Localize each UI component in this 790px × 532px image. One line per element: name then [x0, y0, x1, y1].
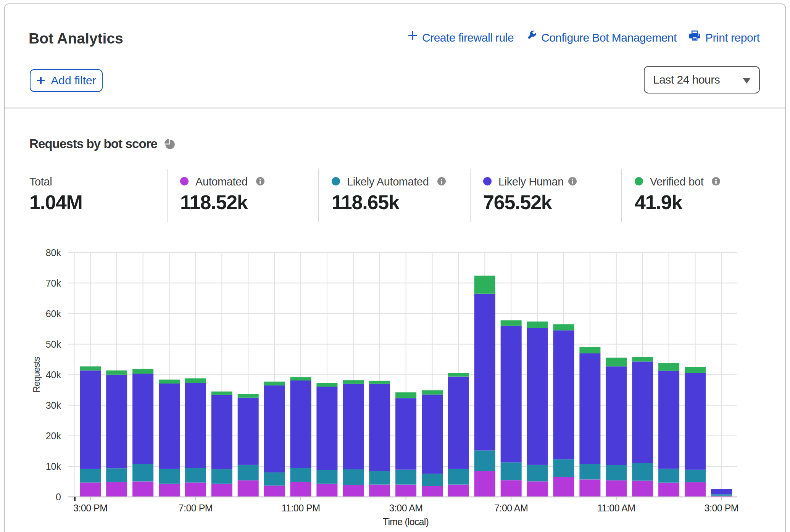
- svg-text:80k: 80k: [46, 247, 61, 258]
- svg-text:60k: 60k: [46, 308, 61, 319]
- svg-text:10k: 10k: [46, 461, 61, 472]
- svg-text:7:00 PM: 7:00 PM: [179, 503, 213, 513]
- svg-text:50k: 50k: [46, 339, 61, 350]
- svg-text:40k: 40k: [46, 369, 61, 380]
- svg-text:11:00 AM: 11:00 AM: [597, 503, 635, 513]
- svg-text:0: 0: [56, 492, 61, 502]
- svg-text:70k: 70k: [46, 278, 61, 289]
- svg-text:30k: 30k: [46, 400, 61, 411]
- svg-text:3:00 PM: 3:00 PM: [73, 503, 108, 513]
- svg-text:Requests: Requests: [31, 356, 42, 392]
- svg-text:3:00 PM: 3:00 PM: [705, 503, 739, 513]
- svg-text:Time (local): Time (local): [383, 516, 429, 527]
- svg-text:20k: 20k: [46, 430, 61, 441]
- svg-text:3:00 AM: 3:00 AM: [389, 503, 422, 513]
- svg-text:11:00 PM: 11:00 PM: [281, 503, 320, 513]
- svg-text:7:00 AM: 7:00 AM: [494, 503, 528, 513]
